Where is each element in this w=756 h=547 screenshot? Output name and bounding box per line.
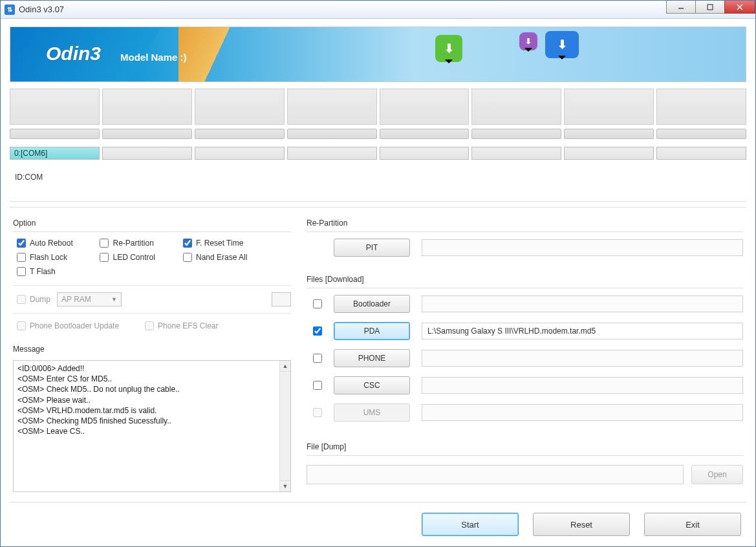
start-button[interactable]: Start (422, 513, 519, 536)
pit-path[interactable] (422, 239, 743, 256)
dump-smallbox[interactable] (272, 292, 291, 306)
com-port-cell[interactable] (380, 147, 470, 160)
option-group: Option Auto RebootRe-PartitionF. Reset T… (10, 211, 294, 338)
message-content: <ID:0/006> Added!!<OSM> Enter CS for MD5… (14, 361, 290, 439)
auto-reboot-checkbox[interactable]: Auto Reboot (17, 239, 100, 248)
ums-checkbox[interactable] (313, 408, 322, 417)
status-cell (471, 89, 561, 125)
re-partition-checkbox[interactable]: Re-Partition (100, 239, 182, 248)
com-port-cell[interactable]: 0:[COM6] (10, 147, 100, 160)
file-row-phone: PHONE (307, 349, 743, 367)
window-controls (667, 1, 755, 14)
com-port-cell[interactable] (564, 147, 654, 160)
led-control-checkbox[interactable]: LED Control (100, 253, 182, 262)
message-box[interactable]: <ID:0/006> Added!!<OSM> Enter CS for MD5… (13, 360, 291, 492)
phone-efs-label: Phone EFS Clear (158, 321, 218, 330)
dump-checkbox-input[interactable] (17, 295, 26, 304)
com-port-cell[interactable] (656, 147, 746, 160)
message-line: <OSM> VRLHD.modem.tar.md5 is valid. (17, 405, 286, 416)
app-icon (5, 5, 15, 15)
nand-erase-checkbox[interactable]: Nand Erase All (183, 253, 291, 262)
option-label: Option (13, 217, 291, 231)
pit-button[interactable]: PIT (334, 239, 410, 257)
action-row: Start Reset Exit (10, 504, 746, 539)
exit-button[interactable]: Exit (644, 513, 741, 536)
status-cell (564, 89, 654, 125)
message-line: <OSM> Please wait.. (17, 395, 286, 405)
csc-button[interactable]: CSC (334, 376, 410, 394)
files-group: Files [Download] BootloaderPDAL:\Samsung… (303, 268, 746, 435)
progress-cell (471, 129, 561, 139)
flash-lock-label: Flash Lock (30, 253, 67, 262)
file-row-bootloader: Bootloader (307, 295, 743, 313)
file-row-pda: PDAL:\Samsung Galaxy S III\VRLHD.modem.t… (307, 322, 743, 340)
repartition-label: Re-Partition (307, 217, 743, 231)
pda-checkbox[interactable] (313, 327, 322, 336)
progress-cell (287, 129, 377, 139)
banner-product: Odin3 (46, 43, 101, 65)
phone-bootloader-checkbox[interactable]: Phone Bootloader Update (17, 321, 119, 330)
ums-button: UMS (334, 403, 410, 422)
com-port-cell[interactable] (102, 147, 192, 160)
titlebar[interactable]: Odin3 v3.07 (1, 1, 755, 19)
csc-checkbox[interactable] (313, 381, 322, 390)
csc-path[interactable] (422, 377, 743, 394)
message-line: <OSM> Checking MD5 finished Sucessfully.… (17, 416, 286, 426)
t-flash-label: T Flash (30, 267, 56, 276)
led-control-label: LED Control (113, 253, 155, 262)
phone-button[interactable]: PHONE (334, 349, 410, 367)
com-port-cell[interactable] (287, 147, 377, 160)
com-port-row: 0:[COM6] (10, 147, 746, 160)
f-reset-time-label: F. Reset Time (196, 239, 243, 248)
app-window: Odin3 v3.07 Odin3 Model Name :) ⬇ ⬇ ⬇ (0, 0, 756, 547)
progress-cell (102, 129, 192, 139)
status-row (10, 89, 746, 125)
status-cell (10, 89, 100, 125)
progress-cell (195, 129, 285, 139)
file-dump-group: File [Dump] Open (303, 435, 746, 491)
minimize-button[interactable] (666, 1, 696, 14)
status-cell (380, 89, 470, 125)
download-pin-icon: ⬇ (519, 32, 537, 50)
f-reset-time-checkbox[interactable]: F. Reset Time (183, 239, 291, 248)
nand-erase-label: Nand Erase All (196, 253, 247, 262)
flash-lock-checkbox[interactable]: Flash Lock (17, 253, 100, 262)
file-row-ums: UMS (307, 403, 743, 422)
progress-cell (10, 129, 100, 139)
files-label: Files [Download] (307, 274, 743, 288)
status-cell (102, 89, 192, 125)
progress-cell (656, 129, 746, 139)
phone-efs-checkbox[interactable]: Phone EFS Clear (145, 321, 218, 330)
dump-label: Dump (30, 295, 50, 304)
scroll-up-icon[interactable]: ▲ (280, 361, 290, 372)
dump-checkbox[interactable]: Dump (17, 295, 50, 304)
window-title: Odin3 v3.07 (19, 5, 64, 14)
phone-path[interactable] (422, 350, 743, 367)
status-cell (287, 89, 377, 125)
t-flash-checkbox[interactable]: T Flash (17, 267, 100, 276)
pda-path[interactable]: L:\Samsung Galaxy S III\VRLHD.modem.tar.… (422, 323, 743, 339)
ums-path[interactable] (422, 404, 743, 421)
progress-row (10, 129, 746, 139)
maximize-button[interactable] (695, 1, 725, 14)
file-dump-path[interactable] (307, 465, 684, 484)
com-port-cell[interactable] (195, 147, 285, 160)
com-port-cell[interactable] (471, 147, 561, 160)
scrollbar[interactable]: ▲ ▼ (279, 361, 290, 491)
bootloader-checkbox[interactable] (313, 299, 322, 308)
banner: Odin3 Model Name :) ⬇ ⬇ ⬇ (10, 27, 746, 82)
message-label: Message (13, 343, 291, 358)
auto-reboot-label: Auto Reboot (30, 239, 73, 248)
bootloader-button[interactable]: Bootloader (334, 295, 410, 313)
progress-cell (380, 129, 470, 139)
bootloader-path[interactable] (422, 295, 743, 312)
phone-bootloader-label: Phone Bootloader Update (30, 321, 119, 330)
close-button[interactable] (724, 1, 755, 14)
pda-button[interactable]: PDA (334, 322, 410, 340)
scroll-down-icon[interactable]: ▼ (280, 480, 290, 491)
download-pin-icon: ⬇ (435, 35, 462, 62)
phone-checkbox[interactable] (313, 354, 322, 363)
open-button[interactable]: Open (691, 465, 743, 484)
dump-combo[interactable]: AP RAM ▼ (57, 292, 122, 306)
reset-button[interactable]: Reset (533, 513, 630, 536)
